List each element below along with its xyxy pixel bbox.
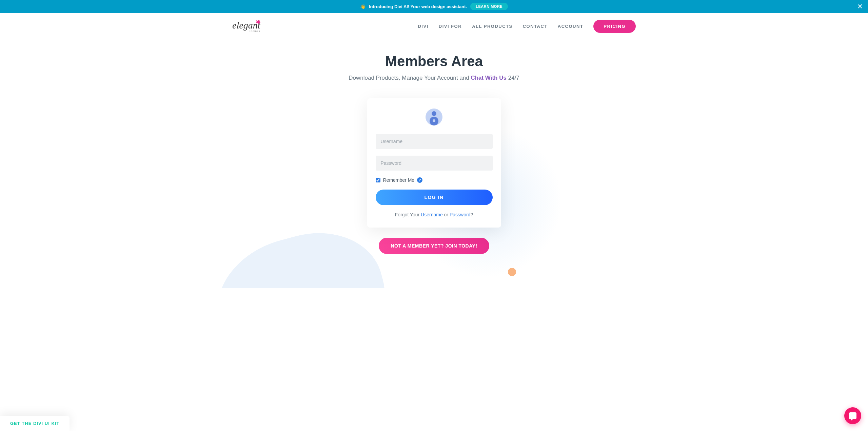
- login-card: Remember Me ? LOG IN Forgot Your Usernam…: [367, 98, 501, 228]
- banner-text: Introducing Divi AI! Your web design ass…: [369, 4, 467, 9]
- username-input[interactable]: [376, 134, 493, 149]
- remember-label: Remember Me: [383, 177, 415, 183]
- wave-emoji: 👋: [360, 4, 366, 9]
- remember-checkbox[interactable]: [376, 178, 380, 182]
- logo-star-icon: ✱: [256, 18, 261, 26]
- announcement-banner: 👋 Introducing Divi AI! Your web design a…: [0, 0, 868, 13]
- password-input[interactable]: [376, 156, 493, 171]
- forgot-password-link[interactable]: Password: [450, 212, 470, 217]
- avatar-head: [432, 111, 436, 116]
- nav-contact[interactable]: CONTACT: [523, 24, 548, 29]
- nav-all-products[interactable]: ALL PRODUCTS: [472, 24, 513, 29]
- forgot-row: Forgot Your Username or Password?: [376, 212, 493, 217]
- learn-more-button[interactable]: LEARN MORE: [470, 3, 508, 10]
- subtitle-prefix: Download Products, Manage Your Account a…: [349, 75, 471, 81]
- login-card-wrapper: Remember Me ? LOG IN Forgot Your Usernam…: [367, 98, 501, 228]
- remember-row: Remember Me ?: [376, 177, 493, 183]
- join-today-button[interactable]: NOT A MEMBER YET? JOIN TODAY!: [379, 238, 489, 254]
- logo[interactable]: elegant✱ themes: [232, 20, 260, 33]
- orange-dot: [508, 268, 516, 276]
- close-icon[interactable]: ✕: [857, 3, 863, 10]
- chat-with-us-link[interactable]: Chat With Us: [471, 75, 507, 81]
- avatar-keyhole: [433, 119, 435, 122]
- user-lock-icon: [426, 109, 442, 125]
- banner-content: 👋 Introducing Divi AI! Your web design a…: [360, 3, 508, 10]
- forgot-suffix: ?: [470, 212, 473, 217]
- nav-divi-for[interactable]: DIVI FOR: [439, 24, 462, 29]
- help-icon[interactable]: ?: [417, 177, 422, 183]
- login-button[interactable]: LOG IN: [376, 190, 493, 205]
- page-subtitle: Download Products, Manage Your Account a…: [7, 75, 861, 81]
- pricing-button[interactable]: PRICING: [593, 20, 636, 33]
- nav-divi[interactable]: DIVI: [418, 24, 428, 29]
- main-nav: DIVI DIVI FOR ALL PRODUCTS CONTACT ACCOU…: [418, 20, 636, 33]
- forgot-username-link[interactable]: Username: [421, 212, 443, 217]
- page-title: Members Area: [7, 53, 861, 70]
- forgot-prefix: Forgot Your: [395, 212, 421, 217]
- subtitle-suffix: 24/7: [507, 75, 519, 81]
- forgot-or: or: [443, 212, 450, 217]
- main-content: Members Area Download Products, Manage Y…: [0, 40, 868, 288]
- nav-account[interactable]: ACCOUNT: [558, 24, 584, 29]
- main-header: elegant✱ themes DIVI DIVI FOR ALL PRODUC…: [232, 13, 636, 40]
